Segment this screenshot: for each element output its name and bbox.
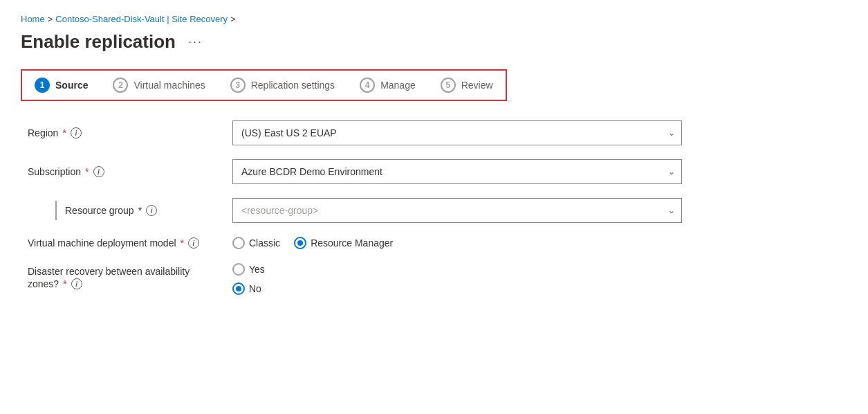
step-circle-4: 4: [360, 78, 375, 93]
disaster-recovery-radio-group: Yes No: [232, 263, 682, 295]
connector-line: [55, 201, 57, 220]
subscription-select[interactable]: Azure BCDR Demo Environment Other Subscr…: [232, 159, 682, 184]
step-circle-3: 3: [230, 78, 246, 93]
breadcrumb-sep2: >: [230, 14, 236, 24]
subscription-control: Azure BCDR Demo Environment Other Subscr…: [232, 159, 682, 184]
disaster-recovery-yes-circle: [232, 263, 245, 276]
subscription-row: Subscription * i Azure BCDR Demo Environ…: [28, 159, 847, 184]
deployment-model-radio-group: Classic Resource Manager: [232, 237, 682, 249]
subscription-label-text: Subscription: [28, 166, 81, 177]
deployment-resource-manager-label: Resource Manager: [311, 237, 393, 249]
subscription-required: *: [85, 166, 89, 177]
ellipsis-button[interactable]: ···: [184, 33, 207, 51]
form-area: Region * i (US) East US 2 EUAP East US W…: [21, 120, 847, 295]
disaster-recovery-no-label: No: [249, 283, 261, 294]
breadcrumb: Home > Contoso-Shared-Disk-Vault | Site …: [21, 14, 847, 24]
step-manage[interactable]: 4 Manage: [347, 71, 428, 100]
breadcrumb-sep1: >: [48, 14, 53, 24]
subscription-select-wrapper: Azure BCDR Demo Environment Other Subscr…: [232, 159, 682, 184]
disaster-recovery-control: Yes No: [232, 263, 682, 295]
deployment-model-info-icon[interactable]: i: [188, 237, 199, 249]
disaster-recovery-yes[interactable]: Yes: [232, 263, 682, 276]
step-label-source: Source: [55, 80, 88, 91]
breadcrumb-vault[interactable]: Contoso-Shared-Disk-Vault | Site Recover…: [55, 14, 228, 24]
step-virtual-machines[interactable]: 2 Virtual machines: [100, 71, 217, 100]
disaster-recovery-label: Disaster recovery between availability z…: [28, 266, 221, 289]
step-circle-2: 2: [113, 78, 128, 93]
resource-group-control: <resource-group> ⌄: [232, 198, 682, 223]
deployment-model-classic[interactable]: Classic: [232, 237, 280, 249]
disaster-recovery-info-icon[interactable]: i: [71, 278, 82, 289]
steps-nav: 1 Source 2 Virtual machines 3 Replicatio…: [21, 69, 507, 101]
step-label-review: Review: [461, 80, 493, 91]
region-select-wrapper: (US) East US 2 EUAP East US West US East…: [232, 120, 682, 145]
resource-group-required: *: [138, 205, 142, 216]
disaster-recovery-label-line2: zones?: [28, 278, 59, 289]
subscription-info-icon[interactable]: i: [93, 166, 104, 177]
step-label-manage: Manage: [380, 80, 416, 91]
deployment-model-control: Classic Resource Manager: [232, 237, 682, 249]
step-label-virtual-machines: Virtual machines: [133, 80, 205, 91]
deployment-model-label-text: Virtual machine deployment model: [28, 237, 176, 249]
disaster-recovery-required: *: [63, 278, 66, 289]
resource-group-info-icon[interactable]: i: [146, 205, 157, 216]
deployment-classic-label: Classic: [249, 237, 280, 249]
region-row: Region * i (US) East US 2 EUAP East US W…: [28, 120, 847, 145]
disaster-recovery-label-line1: Disaster recovery between availability: [28, 266, 190, 277]
subscription-label: Subscription * i: [28, 166, 221, 177]
step-label-replication-settings: Replication settings: [251, 80, 335, 91]
disaster-recovery-no-circle: [232, 282, 245, 295]
disaster-recovery-yes-label: Yes: [249, 264, 265, 275]
step-circle-5: 5: [441, 78, 456, 93]
region-label: Region * i: [28, 127, 221, 138]
resource-group-label-text: Resource group: [65, 205, 134, 216]
region-info-icon[interactable]: i: [71, 127, 82, 138]
page-title: Enable replication: [21, 31, 176, 53]
deployment-model-required: *: [181, 237, 184, 249]
resource-group-label-container: Resource group * i: [55, 201, 221, 220]
resource-group-row: Resource group * i <resource-group> ⌄: [28, 198, 847, 223]
deployment-classic-circle: [232, 237, 245, 249]
disaster-recovery-label-line2-row: zones? * i: [28, 278, 82, 289]
region-select[interactable]: (US) East US 2 EUAP East US West US East…: [232, 120, 682, 145]
step-replication-settings[interactable]: 3 Replication settings: [218, 71, 347, 100]
resource-group-select-wrapper: <resource-group> ⌄: [232, 198, 682, 223]
disaster-recovery-row: Disaster recovery between availability z…: [28, 263, 847, 295]
breadcrumb-home[interactable]: Home: [21, 14, 45, 24]
deployment-model-row: Virtual machine deployment model * i Cla…: [28, 237, 847, 249]
step-circle-1: 1: [35, 78, 50, 93]
region-required: *: [62, 127, 66, 138]
step-source[interactable]: 1 Source: [22, 71, 100, 100]
region-label-text: Region: [28, 127, 58, 138]
deployment-model-resource-manager[interactable]: Resource Manager: [294, 237, 393, 249]
page-title-row: Enable replication ···: [21, 31, 847, 53]
deployment-model-label: Virtual machine deployment model * i: [28, 237, 221, 249]
step-review[interactable]: 5 Review: [428, 71, 506, 100]
disaster-recovery-no[interactable]: No: [232, 282, 682, 295]
resource-group-select[interactable]: <resource-group>: [232, 198, 682, 223]
region-control: (US) East US 2 EUAP East US West US East…: [232, 120, 682, 145]
deployment-resource-manager-circle: [294, 237, 306, 249]
